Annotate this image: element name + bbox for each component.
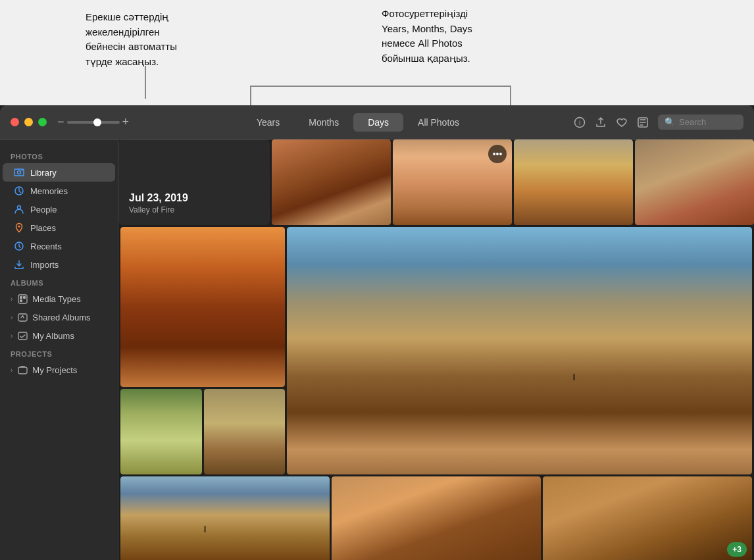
sidebar-item-my-projects[interactable]: › My Projects	[3, 361, 115, 379]
shared-albums-icon	[16, 311, 28, 323]
people-label: People	[30, 205, 57, 215]
photo-woman-standing[interactable]	[204, 389, 286, 474]
svg-rect-17	[18, 367, 27, 374]
recents-label: Recents	[30, 242, 62, 251]
svg-rect-13	[20, 299, 22, 302]
svg-point-7	[18, 206, 21, 209]
media-types-label: Media Types	[32, 294, 80, 304]
library-label: Library	[30, 168, 57, 178]
my-projects-icon	[16, 364, 28, 376]
sidebar-projects-label: Projects	[0, 345, 118, 361]
chevron-my-projects: ›	[11, 367, 13, 374]
minimize-button[interactable]	[24, 118, 33, 126]
more-options-button[interactable]: •••	[488, 145, 507, 163]
photo-hikers[interactable]	[272, 140, 391, 225]
svg-rect-16	[18, 332, 27, 340]
chevron-media-types: ›	[11, 295, 13, 303]
chevron-shared-albums: ›	[11, 314, 13, 321]
main-content: Photos Library M	[0, 140, 754, 560]
callout-left: Ерекше сәттердің жекелендірілген бейнесі…	[86, 10, 217, 69]
sidebar-item-media-types[interactable]: › Media Types	[3, 290, 115, 308]
photo-road-rocks[interactable]: +3	[543, 476, 752, 560]
callout-line-right-horizontal	[250, 86, 510, 87]
imports-label: Imports	[30, 260, 59, 270]
info-icon[interactable]: i	[574, 116, 586, 128]
svg-text:i: i	[579, 119, 580, 126]
date-card-location: Valley of Fire	[129, 205, 259, 215]
photo-desert-wide[interactable]	[120, 476, 330, 560]
imports-icon	[13, 259, 25, 270]
search-box[interactable]: 🔍	[658, 115, 743, 130]
photo-woman-pink[interactable]	[635, 140, 754, 225]
tab-days[interactable]: Days	[353, 113, 403, 132]
sidebar-item-places[interactable]: Places	[3, 218, 115, 237]
zoom-minus-icon[interactable]: −	[57, 115, 64, 129]
zoom-plus-icon[interactable]: +	[122, 115, 130, 129]
date-card-title: Jul 23, 2019	[129, 192, 259, 204]
photo-area[interactable]: Jul 23, 2019 Valley of Fire •••	[118, 140, 754, 560]
chevron-my-albums: ›	[11, 332, 13, 340]
places-label: Places	[30, 223, 56, 233]
sidebar-item-imports[interactable]: Imports	[3, 255, 115, 274]
search-icon: 🔍	[665, 117, 675, 127]
shared-albums-label: Shared Albums	[32, 313, 90, 322]
search-input[interactable]	[679, 117, 738, 127]
zoom-slider[interactable]	[67, 121, 120, 124]
photo-sunset-canyon[interactable]	[120, 227, 285, 387]
traffic-lights	[11, 118, 47, 126]
callout-line-right-right-drop	[510, 86, 511, 105]
photo-canyon-1[interactable]	[514, 140, 633, 225]
zoom-thumb	[93, 118, 101, 126]
svg-rect-11	[20, 296, 22, 299]
library-icon	[13, 166, 25, 178]
sidebar-item-people[interactable]: People	[3, 200, 115, 218]
my-albums-icon	[16, 330, 28, 342]
edit-icon[interactable]	[637, 116, 649, 128]
svg-point-8	[18, 226, 20, 228]
my-albums-label: My Albums	[32, 331, 74, 341]
nav-tabs: Years Months Days All Photos	[142, 113, 574, 132]
close-button[interactable]	[11, 118, 19, 126]
app-window: − + Years Months Days All Photos i	[0, 105, 754, 560]
svg-rect-14	[18, 314, 27, 321]
photo-row-middle	[118, 227, 754, 474]
date-card: Jul 23, 2019 Valley of Fire	[118, 140, 270, 225]
toolbar-actions: i 🔍	[574, 115, 743, 130]
sidebar-albums-label: Albums	[0, 274, 118, 290]
callout-line-right-left-drop	[250, 86, 251, 105]
svg-rect-12	[23, 296, 26, 299]
photo-small-pair	[120, 389, 285, 474]
share-icon[interactable]	[595, 116, 607, 128]
sidebar-item-library[interactable]: Library	[3, 163, 115, 182]
recents-icon	[13, 240, 25, 252]
people-icon	[13, 203, 25, 215]
sidebar: Photos Library M	[0, 140, 118, 560]
svg-point-5	[22, 170, 23, 171]
sidebar-photos-label: Photos	[0, 147, 118, 163]
sidebar-item-recents[interactable]: Recents	[3, 237, 115, 255]
memories-label: Memories	[30, 186, 68, 196]
sidebar-item-my-albums[interactable]: › My Albums	[3, 326, 115, 345]
svg-point-4	[18, 171, 21, 174]
photo-row-4: +3	[118, 476, 754, 560]
callout-line-left-vertical	[145, 66, 146, 99]
overlay-more-count[interactable]: +3	[727, 542, 747, 557]
photo-left-stack	[120, 227, 285, 474]
favorite-icon[interactable]	[616, 116, 628, 128]
media-types-icon	[16, 293, 28, 305]
day-group-jul23: Jul 23, 2019 Valley of Fire •••	[118, 140, 754, 560]
maximize-button[interactable]	[38, 118, 47, 126]
callout-area: Ерекше сәттердің жекелендірілген бейнесі…	[0, 0, 754, 105]
sidebar-item-memories[interactable]: Memories	[3, 182, 115, 200]
title-bar: − + Years Months Days All Photos i	[0, 105, 754, 140]
zoom-control: − +	[57, 115, 129, 129]
photo-wide-canyon[interactable]	[287, 227, 752, 474]
sidebar-item-shared-albums[interactable]: › Shared Albums	[3, 308, 115, 326]
photo-woman-green[interactable]	[120, 389, 202, 474]
tab-months[interactable]: Months	[294, 113, 353, 132]
photo-woman-orange[interactable]: •••	[393, 140, 512, 225]
memories-icon	[13, 185, 25, 197]
tab-all-photos[interactable]: All Photos	[403, 113, 474, 132]
tab-years[interactable]: Years	[242, 113, 294, 132]
photo-orange-cliffs[interactable]	[332, 476, 541, 560]
